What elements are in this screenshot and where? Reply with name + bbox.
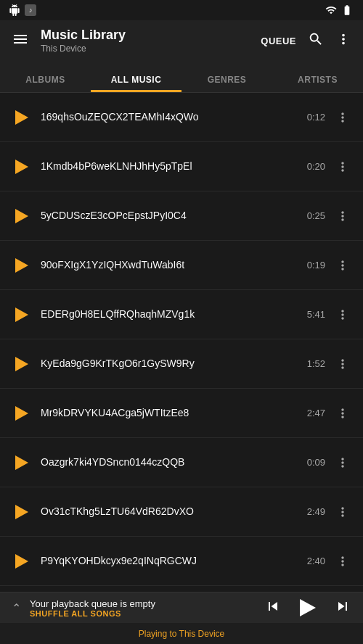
song-item: 90oFXIgX1YzIQHXwdTuWabI6t 0:19 [0, 241, 363, 290]
play-song-button[interactable] [12, 107, 32, 128]
song-more-button[interactable] [334, 209, 351, 223]
tab-artists[interactable]: ARTISTS [272, 75, 363, 92]
song-list: 169qhsOuZEQCX2TEAMhI4xQWo 0:12 1Kmdb4bP6… [0, 93, 363, 592]
app-icon: ♪ [25, 4, 36, 16]
play-pause-button[interactable] [296, 596, 319, 619]
song-duration: 0:09 [299, 457, 325, 468]
play-song-button[interactable] [12, 305, 32, 325]
play-triangle-icon [15, 455, 28, 470]
android-icon [9, 4, 20, 16]
more-vertical-song-icon [335, 505, 350, 519]
song-title: 1Kmdb4bP6weKLNHJhHy5pTpEl [41, 160, 290, 174]
tab-all-music[interactable]: ALL MUSIC [91, 75, 182, 92]
song-duration: 2:49 [299, 506, 325, 517]
song-title: KyEda9gG9KrTKgO6r1GySW9Ry [41, 357, 290, 371]
search-icon [308, 31, 324, 47]
play-triangle-icon [15, 209, 28, 223]
song-item: Mr9kDRVYKU4ACga5jWTItzEe8 2:47 [0, 389, 363, 438]
tabs-bar: ALBUMS ALL MUSIC GENRES ARTISTS [0, 61, 363, 93]
more-vertical-song-icon [335, 209, 350, 223]
song-more-button[interactable] [334, 110, 351, 125]
play-song-button[interactable] [12, 403, 32, 424]
song-item: Oazgrk7ki4YDSncn0144czQQB 0:09 [0, 438, 363, 487]
status-left: ♪ [9, 4, 36, 16]
song-more-button[interactable] [334, 160, 351, 174]
play-song-button[interactable] [12, 453, 32, 473]
play-triangle-icon [15, 258, 28, 273]
more-button[interactable] [335, 31, 351, 51]
song-info: KyEda9gG9KrTKgO6r1GySW9Ry [41, 357, 290, 371]
play-song-button[interactable] [12, 502, 32, 522]
skip-previous-icon [264, 598, 282, 615]
play-triangle-icon [15, 554, 28, 569]
song-title: P9YqKYOHDkcyx9e2qINqRGCWJ [41, 554, 290, 569]
menu-button[interactable] [12, 30, 29, 51]
song-info: 90oFXIgX1YzIQHXwdTuWabI6t [41, 258, 290, 273]
play-icon [300, 599, 316, 616]
play-triangle-icon [15, 110, 28, 125]
song-item: 1Kmdb4bP6weKLNHJhHy5pTpEl 0:20 [0, 142, 363, 191]
play-triangle-icon [15, 505, 28, 519]
player-device-text: Playing to This Device [139, 629, 225, 639]
song-duration: 0:20 [299, 161, 325, 172]
song-title: Mr9kDRVYKU4ACga5jWTItzEe8 [41, 406, 290, 421]
player-top: ⌃ Your playback queue is empty SHUFFLE A… [0, 593, 363, 623]
play-song-button[interactable] [12, 255, 32, 276]
song-item: Q12-17 Lecture 3:11 [0, 586, 363, 592]
song-item: EDERg0H8ELQffRQhaqhMZVg1k 5:41 [0, 290, 363, 339]
next-button[interactable] [334, 598, 351, 619]
search-button[interactable] [308, 31, 324, 51]
play-triangle-icon [15, 160, 28, 174]
app-subtitle: This Device [41, 44, 249, 54]
more-vertical-song-icon [335, 258, 350, 273]
status-bar: ♪ [0, 0, 363, 20]
song-duration: 0:12 [299, 112, 325, 123]
song-info: 1Kmdb4bP6weKLNHJhHy5pTpEl [41, 160, 290, 174]
song-title: EDERg0H8ELQffRQhaqhMZVg1k [41, 307, 290, 322]
song-more-button[interactable] [334, 455, 351, 470]
play-song-button[interactable] [12, 157, 32, 177]
more-vertical-song-icon [335, 307, 350, 322]
song-more-button[interactable] [334, 307, 351, 322]
play-triangle-icon [15, 357, 28, 371]
song-more-button[interactable] [334, 505, 351, 519]
song-title: 5yCDUSczE3cOPcEpstJPyI0C4 [41, 209, 290, 223]
skip-next-icon [334, 598, 351, 615]
song-title: Oazgrk7ki4YDSncn0144czQQB [41, 455, 290, 470]
play-song-button[interactable] [12, 206, 32, 226]
bottom-player: ⌃ Your playback queue is empty SHUFFLE A… [0, 592, 363, 644]
previous-button[interactable] [264, 598, 282, 619]
song-duration: 2:47 [299, 408, 325, 418]
song-item: Ov31cTKhg5LzTU64VdR62DvXO 2:49 [0, 487, 363, 537]
song-info: P9YqKYOHDkcyx9e2qINqRGCWJ [41, 554, 290, 569]
song-info: Oazgrk7ki4YDSncn0144czQQB [41, 455, 290, 470]
player-controls [264, 596, 351, 619]
song-item: P9YqKYOHDkcyx9e2qINqRGCWJ 2:40 [0, 537, 363, 586]
tab-albums[interactable]: ALBUMS [0, 75, 91, 92]
player-shuffle-button[interactable]: SHUFFLE ALL SONGS [30, 609, 256, 618]
header: Music Library This Device QUEUE [0, 20, 363, 61]
play-song-button[interactable] [12, 354, 32, 374]
song-item: 5yCDUSczE3cOPcEpstJPyI0C4 0:25 [0, 191, 363, 241]
song-info: 169qhsOuZEQCX2TEAMhI4xQWo [41, 110, 290, 125]
more-vertical-icon [335, 31, 351, 47]
queue-button[interactable]: QUEUE [261, 36, 296, 46]
song-info: EDERg0H8ELQffRQhaqhMZVg1k [41, 307, 290, 322]
song-title: Ov31cTKhg5LzTU64VdR62DvXO [41, 505, 290, 519]
tab-genres[interactable]: GENRES [182, 75, 272, 92]
player-expand-button[interactable]: ⌃ [12, 601, 21, 615]
header-title-block: Music Library This Device [41, 28, 249, 54]
song-duration: 1:52 [299, 358, 325, 369]
song-more-button[interactable] [334, 357, 351, 371]
song-more-button[interactable] [334, 406, 351, 421]
song-duration: 0:19 [299, 260, 325, 271]
song-item: 169qhsOuZEQCX2TEAMhI4xQWo 0:12 [0, 93, 363, 142]
song-more-button[interactable] [334, 554, 351, 569]
more-vertical-song-icon [335, 554, 350, 569]
play-song-button[interactable] [12, 551, 32, 571]
more-vertical-song-icon [335, 160, 350, 174]
song-more-button[interactable] [334, 258, 351, 273]
player-device-bar: Playing to This Device [0, 623, 363, 644]
svg-text:♪: ♪ [29, 7, 33, 14]
player-queue-info: Your playback queue is empty SHUFFLE ALL… [30, 598, 256, 618]
